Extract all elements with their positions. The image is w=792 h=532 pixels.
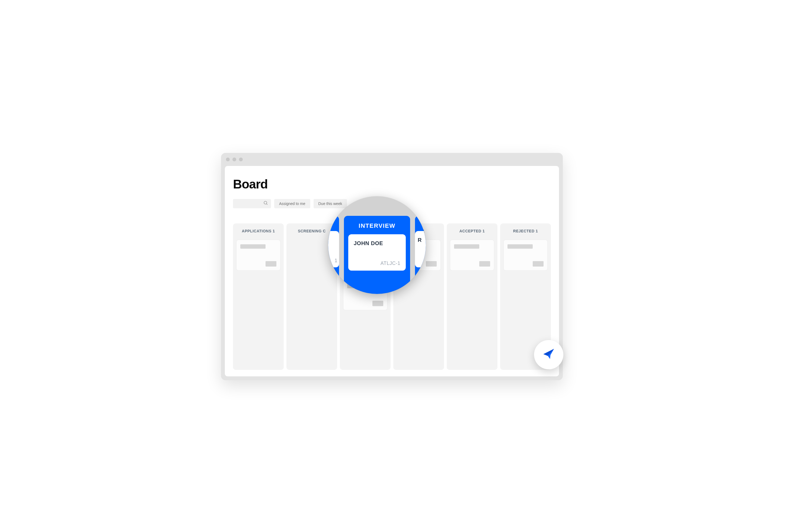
- card-code-placeholder: [266, 261, 277, 267]
- card-code-placeholder: [372, 301, 383, 306]
- window-dot-2: [232, 157, 236, 162]
- window-dot-3: [239, 157, 243, 162]
- board-card[interactable]: [236, 240, 280, 271]
- filter-label: Assigned to me: [279, 202, 305, 206]
- svg-point-0: [264, 201, 267, 204]
- board-column-accepted[interactable]: ACCEPTED 1: [447, 224, 497, 370]
- magnified-column-title: INTERVIEW: [348, 222, 406, 229]
- window-controls: [221, 153, 563, 166]
- send-button[interactable]: [534, 340, 563, 369]
- board-card[interactable]: [504, 240, 548, 271]
- card-code-placeholder: [479, 261, 490, 267]
- column-title: REJECTED 1: [504, 229, 548, 233]
- svg-line-1: [266, 204, 267, 205]
- search-input[interactable]: [233, 199, 271, 208]
- page-title: Board: [233, 177, 551, 191]
- magnified-card-code: ATLJC-1: [354, 261, 400, 266]
- stage: Board Assigned to me Due this week APPL: [215, 145, 577, 387]
- board-column-applications[interactable]: APPLICATIONS 1: [233, 224, 284, 370]
- magnifier-overlay: 1 INTERVIEW JOHN DOE ATLJC-1 R: [328, 196, 426, 294]
- magnified-column-interview[interactable]: INTERVIEW JOHN DOE ATLJC-1: [344, 216, 410, 294]
- column-title: SCREENING C: [290, 229, 334, 233]
- column-title: ACCEPTED 1: [450, 229, 494, 233]
- board-card[interactable]: [450, 240, 494, 271]
- search-icon: [263, 201, 268, 207]
- magnified-card-name: JOHN DOE: [354, 240, 400, 246]
- card-title-placeholder: [240, 244, 266, 249]
- magnified-right-fragment-text: R: [418, 237, 426, 243]
- magnified-left-fragment-text: 1: [335, 258, 337, 264]
- window-dot-1: [226, 157, 230, 162]
- filter-assigned-to-me[interactable]: Assigned to me: [274, 199, 310, 208]
- filter-due-this-week[interactable]: Due this week: [314, 199, 347, 208]
- card-code-placeholder: [533, 261, 544, 267]
- card-title-placeholder: [508, 244, 533, 249]
- column-title: APPLICATIONS 1: [236, 229, 280, 233]
- magnifier-content: 1 INTERVIEW JOHN DOE ATLJC-1 R: [328, 196, 426, 294]
- send-icon: [542, 347, 556, 362]
- card-title-placeholder: [454, 244, 479, 249]
- filter-label: Due this week: [318, 202, 342, 206]
- magnified-focus-card[interactable]: JOHN DOE ATLJC-1: [348, 234, 406, 271]
- card-code-placeholder: [426, 261, 437, 267]
